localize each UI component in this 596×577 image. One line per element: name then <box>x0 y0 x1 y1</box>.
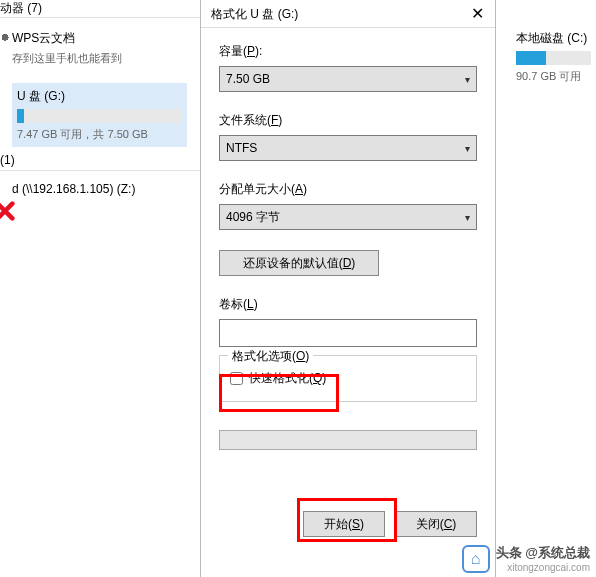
drive-name: 本地磁盘 (C:) <box>516 30 596 47</box>
capacity-value: 7.50 GB <box>226 72 270 86</box>
divider <box>0 17 200 18</box>
filesystem-value: NTFS <box>226 141 257 155</box>
volume-label-label: 卷标(L) <box>219 296 477 313</box>
drive-item-wps[interactable]: WPS云文档 存到这里手机也能看到 <box>12 30 187 66</box>
drive-subtext: 存到这里手机也能看到 <box>12 51 187 66</box>
start-button[interactable]: 开始(S) <box>303 511 385 537</box>
quick-format-box[interactable] <box>230 372 243 385</box>
allocation-label: 分配单元大小(A) <box>219 181 477 198</box>
section-header-drives: 动器 (7) <box>0 0 42 17</box>
capacity-label: 容量(P): <box>219 43 477 60</box>
drive-item-udisk-selected[interactable]: U 盘 (G:) 7.47 GB 可用，共 7.50 GB <box>12 83 187 147</box>
quick-format-text: 快速格式化(Q) <box>249 370 326 387</box>
drive-name: U 盘 (G:) <box>17 88 182 105</box>
volume-label-input[interactable] <box>219 319 477 347</box>
error-x-icon <box>0 200 16 222</box>
drive-name: d (\\192.168.1.105) (Z:) <box>12 182 187 196</box>
format-options-group: 格式化选项(O) 快速格式化(Q) <box>219 355 477 402</box>
cloud-doc-icon <box>0 32 10 42</box>
filesystem-label: 文件系统(F) <box>219 112 477 129</box>
format-dialog: 格式化 U 盘 (G:) ✕ 容量(P): 7.50 GB ▾ 文件系统(F) … <box>200 0 496 577</box>
filesystem-select[interactable]: NTFS ▾ <box>219 135 477 161</box>
close-icon[interactable]: ✕ <box>467 4 487 24</box>
progress-bar <box>219 430 477 450</box>
watermark-text-1: 头条 @系统总裁 <box>496 544 590 562</box>
drive-item-local-c[interactable]: 本地磁盘 (C:) 90.7 GB 可用 <box>516 30 596 84</box>
dialog-title-text: 格式化 U 盘 (G:) <box>211 7 298 21</box>
drive-item-network[interactable]: d (\\192.168.1.105) (Z:) <box>12 182 187 196</box>
dialog-titlebar: 格式化 U 盘 (G:) ✕ <box>201 0 495 28</box>
drive-subtext: 90.7 GB 可用 <box>516 69 596 84</box>
capacity-bar <box>17 109 182 123</box>
chevron-down-icon: ▾ <box>465 212 470 223</box>
drive-name: WPS云文档 <box>12 30 187 47</box>
chevron-down-icon: ▾ <box>465 143 470 154</box>
watermark-text-2: xitongzongcai.com <box>496 562 590 573</box>
chevron-down-icon: ▾ <box>465 74 470 85</box>
close-button[interactable]: 关闭(C) <box>395 511 477 537</box>
capacity-bar <box>516 51 591 65</box>
restore-defaults-button[interactable]: 还原设备的默认值(D) <box>219 250 379 276</box>
capacity-select[interactable]: 7.50 GB ▾ <box>219 66 477 92</box>
watermark-icon: ⌂ <box>462 545 490 573</box>
quick-format-checkbox[interactable]: 快速格式化(Q) <box>230 370 466 387</box>
divider <box>0 170 200 171</box>
format-options-label: 格式化选项(O) <box>228 348 313 365</box>
allocation-value: 4096 字节 <box>226 209 280 226</box>
section-header-network: (1) <box>0 153 15 167</box>
watermark: ⌂ 头条 @系统总裁 xitongzongcai.com <box>462 544 590 573</box>
allocation-select[interactable]: 4096 字节 ▾ <box>219 204 477 230</box>
drive-subtext: 7.47 GB 可用，共 7.50 GB <box>17 127 182 142</box>
